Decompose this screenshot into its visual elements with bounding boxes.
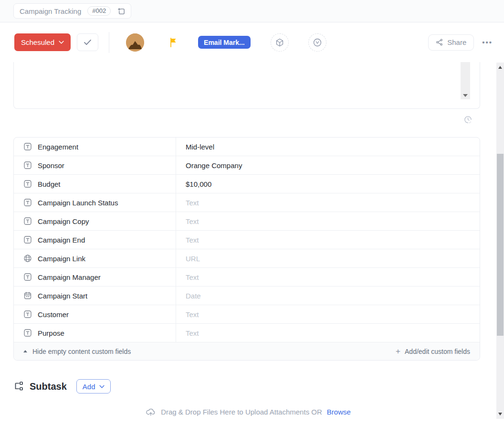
text-field-icon	[23, 310, 32, 319]
chevron-down-icon	[99, 385, 105, 388]
add-subtask-button[interactable]: Add	[76, 379, 111, 394]
field-name-cell[interactable]: Campaign Copy	[14, 212, 176, 230]
text-field-icon	[23, 217, 32, 225]
text-field-icon	[23, 273, 32, 281]
tag-email-marketing[interactable]: Email Mark...	[198, 36, 251, 49]
field-name-cell[interactable]: Customer	[14, 305, 176, 323]
collapse-arrow-icon	[23, 350, 27, 352]
field-value[interactable]: Orange Company	[176, 156, 480, 174]
priority-flag-icon[interactable]	[168, 37, 178, 48]
field-name-label: Campaign End	[38, 236, 85, 244]
field-name-label: Campaign Link	[38, 255, 85, 263]
custom-field-row: Purpose Text	[14, 324, 480, 342]
circle-v-icon	[313, 38, 322, 47]
field-name-cell[interactable]: Campaign Launch Status	[14, 193, 176, 212]
custom-field-row: Campaign Start Date	[14, 287, 480, 305]
field-name-label: Purpose	[38, 329, 64, 337]
url-field-icon	[23, 254, 32, 263]
text-field-icon	[23, 161, 32, 170]
sprint-points-button[interactable]	[308, 33, 326, 52]
field-name-cell[interactable]: Campaign End	[14, 231, 176, 249]
browse-link[interactable]: Browse	[327, 408, 351, 416]
custom-field-row: Campaign Manager Text	[14, 268, 480, 287]
text-field-icon	[23, 329, 32, 337]
text-field-icon	[23, 235, 32, 244]
field-value[interactable]: Text	[176, 212, 480, 230]
share-button[interactable]: Share	[428, 34, 474, 51]
topbar: Campaign Tracking #002	[0, 0, 504, 22]
field-name-cell[interactable]: Budget	[14, 175, 176, 193]
field-value[interactable]: Mid-level	[176, 138, 480, 156]
more-options-button[interactable]: •••	[482, 38, 493, 46]
cloud-upload-icon	[146, 407, 156, 416]
field-value[interactable]: Text	[176, 305, 480, 323]
text-field-icon	[23, 198, 32, 207]
date-field-icon	[23, 291, 32, 300]
field-name-label: Sponsor	[38, 161, 64, 170]
field-name-cell[interactable]: Campaign Manager	[14, 268, 176, 286]
status-button[interactable]: Schesuled	[14, 33, 71, 51]
field-value[interactable]: URL	[176, 249, 480, 267]
field-value[interactable]: Date	[176, 287, 480, 305]
custom-field-row: Campaign End Text	[14, 231, 480, 249]
page-scrollbar[interactable]	[496, 63, 504, 419]
custom-field-row: Campaign Launch Status Text	[14, 193, 480, 212]
task-detail-page: Campaign Tracking #002 Schesuled	[0, 0, 504, 426]
field-name-cell[interactable]: Engagement	[14, 138, 176, 156]
time-tracking-icon[interactable]	[463, 115, 472, 137]
field-name-cell[interactable]: Purpose	[14, 324, 176, 342]
subtask-title: Subtask	[30, 381, 67, 392]
field-value[interactable]: $10,000	[176, 175, 480, 193]
custom-fields-footer: Hide empty content custom fields + Add/e…	[14, 342, 480, 360]
cube-icon	[275, 38, 284, 47]
mark-complete-button[interactable]	[77, 33, 98, 51]
assignee-avatar[interactable]	[126, 33, 144, 52]
subtask-icon	[13, 381, 24, 392]
check-icon	[84, 39, 92, 45]
field-name-label: Campaign Start	[38, 292, 87, 300]
custom-field-row: Budget $10,000	[14, 175, 480, 193]
field-value[interactable]: Text	[176, 231, 480, 249]
field-name-label: Campaign Copy	[38, 217, 89, 225]
custom-field-row: Engagement Mid-level	[14, 138, 480, 156]
field-name-cell[interactable]: Campaign Link	[14, 249, 176, 267]
field-value[interactable]: Text	[176, 193, 480, 212]
dropzone-message: Drag & Drop Files Here to Upload Attachm…	[161, 408, 322, 416]
text-field-icon	[23, 142, 32, 151]
plus-icon: +	[396, 347, 400, 355]
list-name[interactable]: Campaign Tracking	[20, 7, 81, 15]
subtask-section: Subtask Add	[13, 379, 504, 394]
field-name-cell[interactable]: Campaign Start	[14, 287, 176, 305]
field-name-label: Campaign Manager	[38, 273, 101, 281]
scroll-down-icon[interactable]	[461, 91, 470, 99]
custom-field-row: Campaign Copy Text	[14, 212, 480, 231]
share-icon	[436, 39, 443, 46]
scroll-down-icon[interactable]	[496, 410, 504, 418]
custom-fields-table-body: Engagement Mid-level Sponsor Orange Comp…	[14, 138, 480, 342]
description-scrollbar[interactable]	[461, 62, 470, 99]
description-box[interactable]	[13, 62, 480, 109]
task-toolbar: Schesuled Email Mark...	[0, 22, 504, 62]
task-id-badge[interactable]: #002	[87, 6, 111, 16]
attachments-dropzone[interactable]: Drag & Drop Files Here to Upload Attachm…	[0, 407, 496, 416]
scrollbar-thumb[interactable]	[497, 154, 504, 336]
open-task-icon[interactable]	[117, 7, 126, 16]
hide-empty-fields-button[interactable]: Hide empty content custom fields	[23, 348, 131, 355]
custom-field-row: Customer Text	[14, 305, 480, 324]
field-name-cell[interactable]: Sponsor	[14, 156, 176, 174]
add-edit-fields-button[interactable]: + Add/edit custom fields	[396, 347, 470, 355]
field-value[interactable]: Text	[176, 268, 480, 286]
text-field-icon	[23, 180, 32, 188]
status-label: Schesuled	[21, 38, 54, 46]
field-name-label: Customer	[38, 310, 69, 319]
field-value[interactable]: Text	[176, 324, 480, 342]
breadcrumb[interactable]: Campaign Tracking #002	[13, 3, 131, 19]
scroll-up-icon[interactable]	[496, 64, 504, 71]
chevron-down-icon	[59, 41, 64, 44]
custom-field-row: Campaign Link URL	[14, 249, 480, 268]
field-name-label: Engagement	[38, 143, 78, 151]
toolbar-divider	[109, 32, 109, 53]
field-name-label: Campaign Launch Status	[38, 199, 118, 207]
dependencies-button[interactable]	[271, 33, 289, 52]
share-label: Share	[447, 38, 466, 46]
